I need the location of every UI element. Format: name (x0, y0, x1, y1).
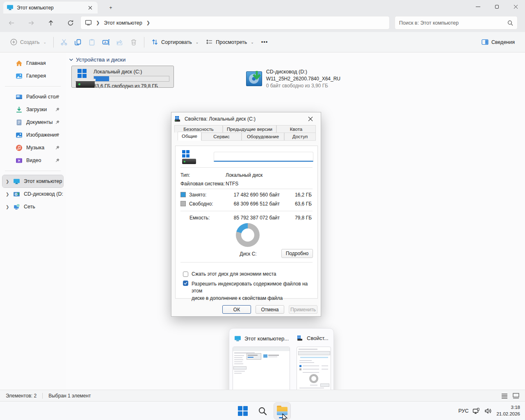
rename-button[interactable]: A (99, 35, 113, 49)
view-button[interactable]: Просмотреть ⌄ (202, 35, 257, 49)
compress-checkbox-row[interactable]: Сжать этот диск для экономии места (183, 271, 276, 277)
explorer-tab[interactable]: Этот компьютер (3, 2, 98, 14)
drive-c-tile[interactable]: Локальный диск (C:) 63,6 ГБ свободно из … (72, 66, 173, 87)
tab-tools[interactable]: Сервис (201, 132, 242, 141)
separator (180, 167, 313, 168)
refresh-button[interactable] (64, 16, 77, 30)
index-checkbox[interactable] (183, 281, 188, 286)
index-checkbox-row[interactable]: Разрешить индексировать содержимое файло… (183, 281, 317, 302)
search-box[interactable] (395, 16, 518, 30)
cancel-button[interactable]: Отмена (256, 305, 284, 314)
dialog-title: Свойства: Локальный диск (C:) (185, 116, 300, 122)
group-header-label: Устройства и диски (76, 57, 126, 63)
list-view-icon[interactable] (501, 393, 508, 399)
type-label: Тип: (180, 172, 226, 178)
sidebar-item-this-pc[interactable]: ❯ Этот компьютер (2, 175, 63, 187)
tab-sharing[interactable]: Доступ (284, 132, 316, 141)
tab-close-icon[interactable] (86, 4, 94, 12)
ok-button[interactable]: ОК (222, 305, 251, 314)
start-button[interactable] (235, 403, 251, 419)
sidebar-item-label: Главная (26, 60, 46, 66)
thumb-title: Свойст... (307, 335, 329, 341)
paste-button[interactable] (85, 35, 99, 49)
used-bytes: 17 482 690 560 байт (234, 192, 280, 198)
new-button[interactable]: Создать ⌄ (7, 35, 50, 49)
more-options-button[interactable]: ••• (258, 35, 272, 49)
free-bytes: 68 309 696 512 байт (234, 201, 280, 207)
sidebar-item-network[interactable]: ❯ Сеть (2, 201, 63, 213)
group-header-devices[interactable]: Устройства и диски (69, 57, 126, 63)
sidebar-item-label: CD-дисковод (D:) W11_25H2_26200.7840_X64… (24, 191, 63, 197)
breadcrumb-item[interactable]: Этот компьютер (104, 20, 142, 26)
back-button[interactable] (5, 16, 18, 30)
taskbar-clock[interactable]: 3:18 21.02.2026 (496, 404, 520, 417)
chevron-right-icon[interactable]: ❯ (146, 20, 150, 25)
details-pane-button[interactable]: Сведения (478, 35, 518, 49)
sidebar-item-pictures[interactable]: Изображения (2, 129, 63, 141)
language-indicator[interactable]: РУС (458, 408, 468, 414)
sidebar-item-label: Рабочий стол (26, 94, 58, 100)
dialog-thumbnail[interactable] (297, 347, 331, 393)
sidebar-item-cd-drive[interactable]: ❯ CD-дисковод (D:) W11_25H2_26200.7840_X… (2, 188, 63, 200)
chevron-right-icon[interactable]: ❯ (6, 205, 9, 209)
pin-icon (55, 132, 60, 137)
chevron-right-icon[interactable]: ❯ (6, 192, 9, 196)
share-button[interactable] (113, 35, 127, 49)
index-checkbox-label-line2: диске в дополнение к свойствам файла (192, 295, 283, 301)
music-icon (16, 144, 23, 151)
search-input[interactable] (399, 20, 507, 26)
explorer-thumbnail[interactable] (233, 347, 290, 393)
new-tab-button[interactable]: + (106, 3, 116, 12)
taskbar-search-button[interactable] (254, 403, 271, 419)
apply-button[interactable]: Применить (289, 305, 317, 314)
sidebar-item-gallery[interactable]: Галерея (2, 70, 63, 82)
details-button[interactable]: Подробно (281, 249, 313, 258)
network-tray-icon[interactable] (472, 408, 480, 415)
this-pc-icon (13, 178, 20, 185)
minimize-button[interactable] (468, 0, 487, 14)
sidebar-item-videos[interactable]: Видео (2, 154, 63, 167)
drive-name: CD-дисковод (D:) (266, 69, 340, 75)
forward-button[interactable] (25, 16, 38, 30)
sidebar-item-documents[interactable]: Документы (2, 116, 63, 128)
large-icons-view-icon[interactable] (513, 393, 519, 399)
dialog-close-button[interactable] (304, 114, 317, 124)
capacity-size: 79,8 ГБ (295, 215, 312, 221)
delete-button[interactable] (127, 35, 141, 49)
compress-checkbox[interactable] (183, 272, 188, 277)
sort-button[interactable]: Сортировать ⌄ (148, 35, 202, 49)
volume-icon[interactable] (484, 408, 492, 414)
up-button[interactable] (44, 16, 57, 30)
sidebar-item-desktop[interactable]: Рабочий стол (2, 91, 63, 103)
sidebar-item-downloads[interactable]: Загрузки (2, 103, 63, 116)
sidebar-item-home[interactable]: Главная (2, 57, 63, 69)
items-count: Элементов: 2 (6, 393, 37, 399)
tab-general[interactable]: Общие (178, 132, 201, 141)
volume-label-input[interactable] (214, 152, 313, 162)
filesystem-row: Файловая система: NTFS (180, 181, 313, 187)
network-icon (13, 203, 20, 210)
sidebar-item-label: Изображения (26, 132, 59, 138)
tab-quota[interactable]: Квота (276, 125, 316, 132)
close-button[interactable] (506, 0, 525, 14)
chevron-right-icon[interactable]: ❯ (6, 179, 9, 184)
tab-previous-versions[interactable]: Предыдущие версии (223, 125, 276, 132)
cd-drive-tile[interactable]: CD-дисковод (D:) W11_25H2_26200.7840_X64… (242, 66, 345, 87)
gallery-icon (16, 73, 23, 80)
maximize-button[interactable] (487, 0, 506, 14)
copy-button[interactable] (71, 35, 85, 49)
free-label: Свободно: (189, 201, 213, 207)
videos-icon (16, 157, 23, 164)
chevron-down-icon[interactable] (69, 57, 73, 62)
sidebar-item-label: Этот компьютер (24, 178, 62, 184)
tab-hardware[interactable]: Оборудование (242, 132, 284, 141)
cut-button[interactable] (57, 35, 71, 49)
cd-drive-icon (246, 71, 262, 86)
filesystem-value: NTFS (226, 181, 238, 187)
separator (180, 262, 313, 262)
breadcrumb[interactable]: ❯ Этот компьютер ❯ (80, 16, 390, 30)
sidebar-item-music[interactable]: Музыка (2, 142, 63, 154)
sidebar-item-label: Сеть (24, 204, 35, 210)
chevron-down-icon: ⌄ (251, 40, 254, 44)
search-icon[interactable] (507, 20, 513, 26)
